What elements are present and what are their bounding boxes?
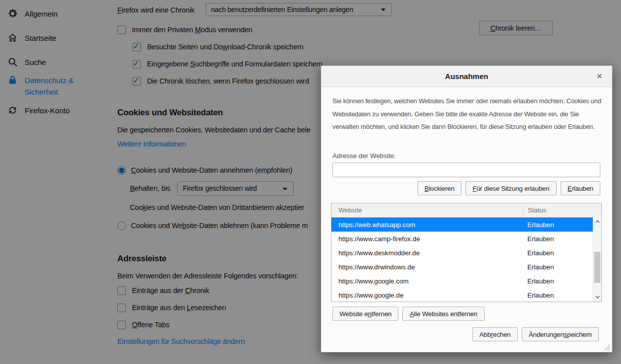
dialog-header: Ausnahmen ×: [321, 66, 612, 87]
save-changes-button[interactable]: Änderungen speichern: [522, 327, 599, 341]
cancel-button[interactable]: Abbrechen: [472, 327, 518, 341]
remove-all-websites-button[interactable]: Alle Websites entfernen: [402, 307, 484, 321]
status-cell: Erlauben: [523, 277, 554, 285]
close-icon[interactable]: ×: [593, 70, 605, 82]
scroll-down-icon[interactable]: [593, 294, 601, 301]
remove-website-button[interactable]: Website entfernen: [332, 307, 398, 321]
dialog-title: Ausnahmen: [445, 72, 489, 81]
website-cell: https://www.google.com: [331, 277, 523, 285]
table-row[interactable]: https://www.google.com Erlauben: [331, 274, 593, 288]
status-cell: Erlauben: [523, 249, 554, 257]
table-row[interactable]: https://www.drwindows.de Erlauben: [331, 260, 593, 274]
website-cell: https://web.whatsapp.com: [331, 221, 523, 229]
website-cell: https://www.drwindows.de: [331, 263, 523, 271]
scrollbar-thumb[interactable]: [594, 252, 600, 283]
status-cell: Erlauben: [523, 235, 554, 243]
resize-grip-icon[interactable]: [604, 345, 610, 350]
dialog-description: Sie können festlegen, welchen Websites S…: [332, 95, 603, 133]
block-button[interactable]: Blockieren: [418, 181, 462, 195]
status-column-header: Status: [523, 206, 601, 214]
website-column-header: Website: [331, 206, 523, 214]
table-header-row: Website Status: [331, 203, 601, 217]
status-cell: Erlauben: [523, 292, 554, 299]
table-scrollbar[interactable]: [593, 217, 601, 302]
status-cell: Erlauben: [523, 263, 554, 271]
website-cell: https://www.camp-firefox.de: [331, 235, 523, 243]
website-cell: https://www.google.de: [331, 292, 523, 299]
remove-buttons-row: Website entfernen Alle Websites entferne…: [332, 307, 485, 321]
scroll-up-icon[interactable]: [593, 218, 601, 225]
exceptions-table: Website Status https://web.whatsapp.com …: [331, 203, 602, 302]
table-row[interactable]: https://www.deskmodder.de Erlauben: [331, 246, 593, 260]
table-row[interactable]: https://www.camp-firefox.de Erlauben: [331, 232, 593, 246]
table-row[interactable]: https://web.whatsapp.com Erlauben: [331, 217, 593, 232]
allow-button[interactable]: Erlauben: [561, 181, 600, 195]
allow-session-button[interactable]: Für diese Sitzung erlauben: [465, 181, 556, 195]
status-cell: Erlauben: [523, 221, 554, 229]
dialog-footer-buttons: Abbrechen Änderungen speichern: [472, 327, 599, 341]
address-action-row: Blockieren Für diese Sitzung erlauben Er…: [332, 181, 600, 195]
exceptions-dialog: Ausnahmen × Sie können festlegen, welche…: [321, 65, 612, 352]
address-input[interactable]: [332, 163, 600, 177]
website-cell: https://www.deskmodder.de: [331, 249, 523, 257]
address-label: Adresse der Website:: [332, 152, 396, 160]
table-row[interactable]: https://www.google.de Erlauben: [331, 288, 593, 302]
